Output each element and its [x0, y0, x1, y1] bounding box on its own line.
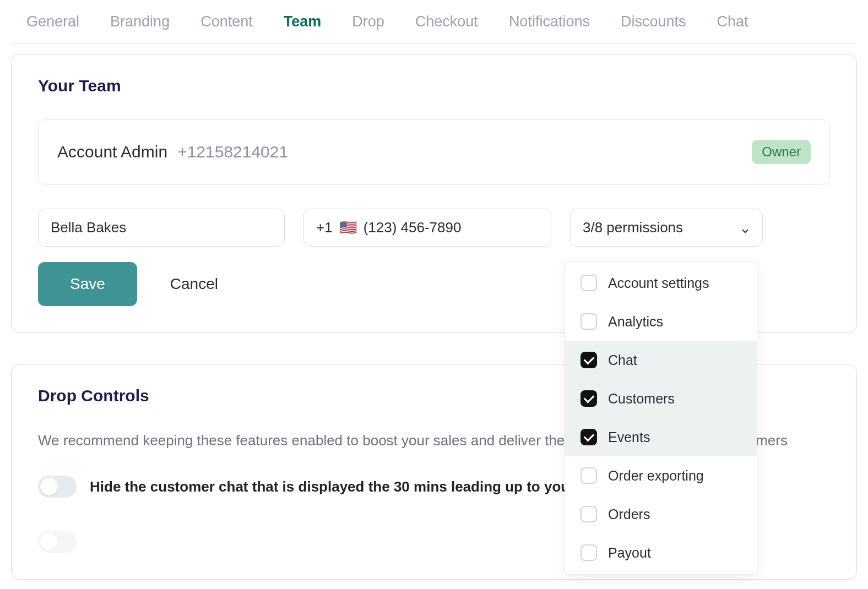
perm-label: Orders — [608, 506, 650, 522]
perm-orders[interactable]: Orders — [565, 495, 757, 533]
tab-notifications[interactable]: Notifications — [509, 13, 590, 30]
perm-label: Customers — [608, 391, 675, 407]
toggle-knob-icon — [40, 533, 58, 550]
phone-country-code: +1 — [316, 219, 333, 236]
owner-badge: Owner — [752, 140, 811, 164]
toggle-2[interactable] — [38, 531, 77, 553]
tab-checkout[interactable]: Checkout — [415, 13, 478, 30]
phone-number-field[interactable] — [364, 219, 542, 236]
checkbox-unchecked-icon — [581, 506, 597, 522]
perm-label: Chat — [608, 352, 637, 368]
checkbox-unchecked-icon — [581, 467, 597, 484]
perm-analytics[interactable]: Analytics — [565, 302, 757, 341]
checkbox-checked-icon — [581, 352, 597, 368]
checkbox-checked-icon — [581, 429, 597, 445]
admin-name: Account Admin — [57, 143, 167, 161]
perm-events[interactable]: Events — [565, 418, 757, 456]
checkbox-checked-icon — [581, 390, 597, 407]
tab-drop[interactable]: Drop — [352, 13, 384, 30]
save-button[interactable]: Save — [38, 262, 137, 306]
cancel-button[interactable]: Cancel — [170, 275, 218, 293]
checkbox-unchecked-icon — [581, 275, 597, 291]
perm-label: Account settings — [608, 275, 709, 291]
permissions-select-label: 3/8 permissions — [583, 219, 683, 236]
tab-chat[interactable]: Chat — [717, 13, 748, 30]
tab-content[interactable]: Content — [200, 13, 253, 30]
perm-customers[interactable]: Customers — [565, 379, 757, 418]
tab-discounts[interactable]: Discounts — [621, 13, 686, 30]
admin-card: Account Admin +12158214021 Owner — [38, 119, 830, 184]
admin-phone: +12158214021 — [177, 143, 288, 161]
tab-team[interactable]: Team — [284, 13, 322, 30]
toggle-hide-chat[interactable] — [38, 476, 77, 498]
new-member-form: +1 🇺🇸 3/8 permissions — [38, 209, 830, 247]
member-name-input[interactable] — [38, 209, 285, 247]
perm-label: Analytics — [608, 314, 663, 330]
chevron-down-icon — [740, 223, 750, 233]
perm-payout[interactable]: Payout — [565, 533, 757, 572]
perm-account-settings[interactable]: Account settings — [565, 264, 757, 302]
toggle-hide-chat-label: Hide the customer chat that is displayed… — [90, 478, 611, 495]
perm-label: Order exporting — [608, 468, 704, 484]
tab-branding[interactable]: Branding — [110, 13, 170, 30]
settings-tabs: General Branding Content Team Drop Check… — [11, 0, 857, 44]
permissions-select[interactable]: 3/8 permissions — [570, 209, 763, 247]
perm-order-exporting[interactable]: Order exporting — [565, 456, 757, 495]
perm-label: Events — [608, 429, 650, 445]
checkbox-unchecked-icon — [581, 544, 597, 561]
tab-general[interactable]: General — [26, 13, 79, 30]
perm-chat[interactable]: Chat — [565, 341, 757, 379]
checkbox-unchecked-icon — [581, 313, 597, 330]
toggle-knob-icon — [40, 478, 58, 495]
flag-icon: 🇺🇸 — [339, 219, 357, 236]
member-phone-input[interactable]: +1 🇺🇸 — [303, 209, 551, 247]
page-title: Your Team — [38, 77, 830, 95]
perm-label: Payout — [608, 545, 651, 561]
permissions-dropdown: Account settings Analytics Chat Customer… — [565, 261, 757, 575]
